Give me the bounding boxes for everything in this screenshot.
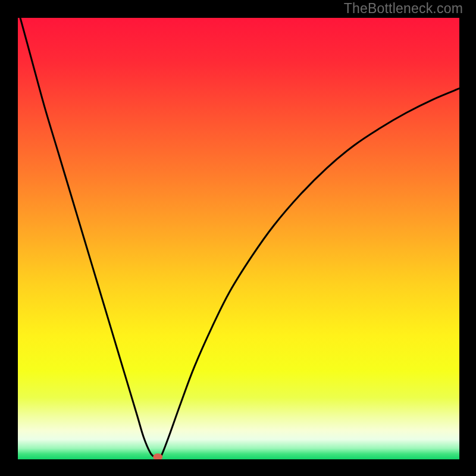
bottleneck-chart — [0, 0, 476, 476]
chart-frame: TheBottleneck.com — [0, 0, 476, 476]
optimal-marker — [153, 453, 162, 461]
